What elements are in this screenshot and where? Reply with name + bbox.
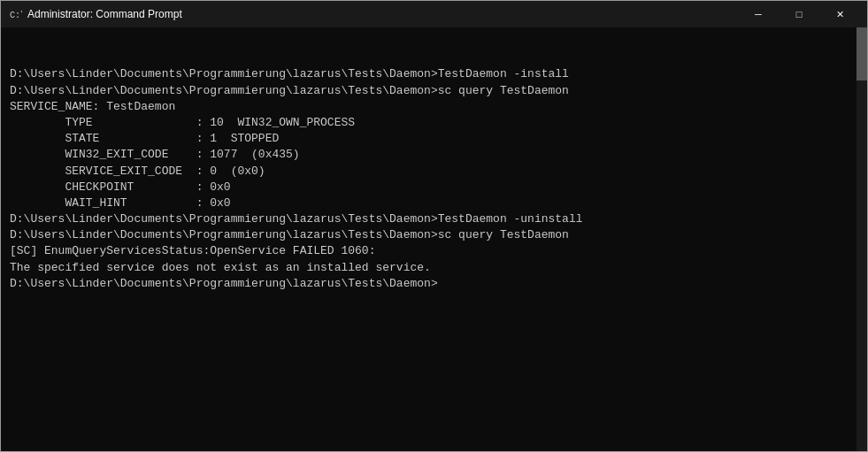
window: C:\ Administrator: Command Prompt ─ □ ✕ …: [0, 0, 868, 452]
console-line: D:\Users\Linder\Documents\Programmierung…: [10, 66, 858, 82]
console-line: SERVICE_EXIT_CODE : 0 (0x0): [10, 164, 858, 180]
cmd-icon: C:\: [8, 7, 22, 21]
console-line: D:\Users\Linder\Documents\Programmierung…: [10, 276, 858, 292]
console-output: D:\Users\Linder\Documents\Programmierung…: [10, 66, 858, 292]
console-line: SERVICE_NAME: TestDaemon: [10, 99, 858, 115]
scrollbar-thumb[interactable]: [856, 27, 867, 80]
console-body[interactable]: D:\Users\Linder\Documents\Programmierung…: [1, 27, 867, 451]
title-bar: C:\ Administrator: Command Prompt ─ □ ✕: [1, 1, 867, 27]
console-line: D:\Users\Linder\Documents\Programmierung…: [10, 211, 858, 227]
console-line: D:\Users\Linder\Documents\Programmierung…: [10, 227, 858, 243]
console-line: WAIT_HINT : 0x0: [10, 195, 858, 211]
console-line: CHECKPOINT : 0x0: [10, 180, 858, 195]
console-line: WIN32_EXIT_CODE : 1077 (0x435): [10, 147, 858, 163]
console-line: The specified service does not exist as …: [10, 260, 858, 276]
console-line: STATE : 1 STOPPED: [10, 131, 858, 147]
maximize-button[interactable]: □: [779, 1, 819, 27]
close-button[interactable]: ✕: [819, 1, 860, 27]
minimize-button[interactable]: ─: [738, 1, 779, 27]
scrollbar[interactable]: [856, 27, 867, 451]
console-line: D:\Users\Linder\Documents\Programmierung…: [10, 83, 858, 99]
title-bar-left: C:\ Administrator: Command Prompt: [8, 7, 182, 21]
console-line: [SC] EnumQueryServicesStatus:OpenService…: [10, 243, 858, 259]
window-title: Administrator: Command Prompt: [27, 8, 182, 20]
title-bar-controls: ─ □ ✕: [738, 1, 860, 27]
svg-text:C:\: C:\: [10, 11, 22, 20]
console-line: TYPE : 10 WIN32_OWN_PROCESS: [10, 115, 858, 131]
